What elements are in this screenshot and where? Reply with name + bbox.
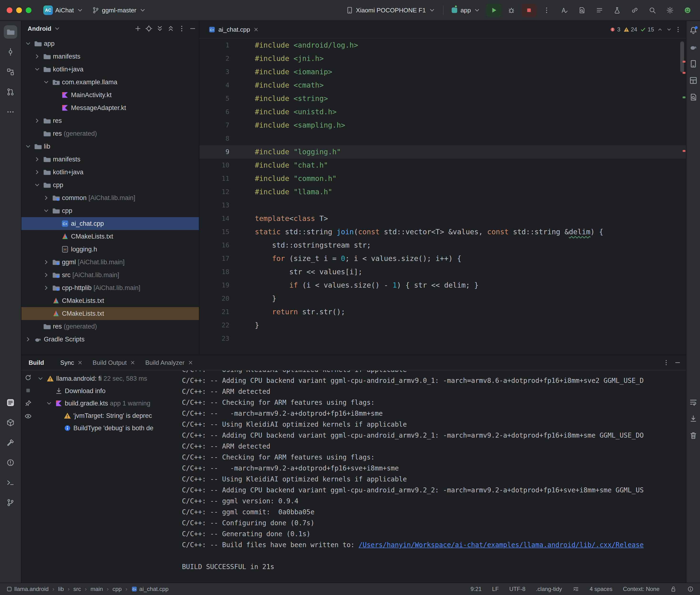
indent-indicator[interactable]: 4 spaces [590, 586, 613, 592]
tree-item-download-info[interactable]: Download info [35, 385, 179, 397]
code-inspection-button[interactable] [574, 4, 589, 17]
project-selector[interactable]: AC AiChat [40, 4, 87, 17]
device-selector[interactable]: Xiaomi POCOPHONE F1 [343, 4, 439, 16]
app-inspection-button[interactable] [688, 92, 699, 103]
gradle-toolwindow-button[interactable] [688, 42, 699, 52]
tree-item-build-gradle-kts[interactable]: build.gradle.ktsapp 1 warning [35, 397, 179, 409]
macos-zoom-button[interactable] [26, 7, 31, 13]
tree-item-res[interactable]: res(generated) [22, 127, 199, 140]
hide-panel-icon[interactable] [189, 25, 196, 32]
chevron-right-icon[interactable] [33, 53, 41, 60]
chevron-right-icon[interactable] [43, 194, 50, 202]
cursor-position[interactable]: 9:21 [470, 586, 482, 592]
editor-scrollbar[interactable] [680, 41, 684, 73]
close-icon[interactable] [188, 360, 194, 366]
translate-tool-button[interactable] [557, 4, 572, 17]
macos-minimize-button[interactable] [16, 7, 22, 13]
tree-item-common[interactable]: common[AiChat.lib.main] [22, 192, 199, 204]
plugins-button[interactable] [627, 4, 642, 17]
breadcrumb-ai-chat-cpp[interactable]: C+ai_chat.cpp [131, 586, 169, 592]
scroll-to-end-button[interactable] [688, 414, 699, 424]
re-sync-icon[interactable] [24, 374, 32, 381]
lock-open-icon[interactable] [670, 586, 677, 592]
previous-problem-icon[interactable] [657, 26, 663, 33]
chevron-right-icon[interactable] [33, 117, 41, 124]
stop-sync-icon[interactable] [24, 387, 32, 394]
terminal-toolwindow-button[interactable] [4, 476, 17, 489]
kebab-icon[interactable] [178, 25, 186, 32]
more-toolwindows-button[interactable] [4, 105, 17, 119]
layout-inspector-button[interactable] [688, 75, 699, 86]
change-stripe-mark[interactable] [682, 96, 685, 98]
tree-item-src[interactable]: src[AiChat.lib.main] [22, 268, 199, 281]
chevron-down-icon[interactable] [37, 375, 44, 382]
tree-item-logging-h[interactable]: Hlogging.h [22, 243, 199, 256]
more-actions-button[interactable] [539, 4, 554, 17]
tree-item-cpp-httplib[interactable]: cpp-httplib[AiChat.lib.main] [22, 281, 199, 294]
project-toolwindow-button[interactable] [4, 25, 17, 38]
clear-console-button[interactable] [688, 430, 699, 441]
breadcrumb-cpp[interactable]: cpp [112, 586, 122, 592]
tree-item-cmakelists-txt[interactable]: CMakeLists.txt [22, 294, 199, 307]
version-control-button[interactable] [4, 496, 17, 509]
debug-button[interactable] [504, 4, 519, 17]
tree-item-cpp[interactable]: cpp [22, 204, 199, 217]
project-view-mode[interactable]: Android [28, 25, 52, 32]
soft-wrap-button[interactable] [688, 397, 699, 407]
chevron-right-icon[interactable] [33, 155, 41, 163]
build-tab-build-output[interactable]: Build Output [88, 355, 141, 370]
hide-panel-icon[interactable] [674, 359, 681, 366]
line-ending-indicator[interactable]: LF [492, 586, 499, 592]
close-icon[interactable] [130, 360, 136, 366]
chevron-down-icon[interactable] [33, 65, 41, 73]
structure-toolwindow-button[interactable] [4, 65, 17, 79]
settings-button[interactable] [662, 4, 678, 17]
build-variants-button[interactable] [610, 4, 625, 17]
close-icon[interactable] [253, 26, 259, 33]
problems-toolwindow-button[interactable] [4, 456, 17, 469]
breadcrumb-src[interactable]: src [73, 586, 81, 592]
build-toolwindow-button[interactable] [4, 436, 17, 449]
device-manager-button[interactable] [688, 59, 699, 69]
tree-item-gradle-scripts[interactable]: Gradle Scripts [22, 333, 199, 346]
editor-options-icon[interactable] [674, 26, 682, 33]
chevron-down-icon[interactable] [24, 143, 32, 150]
tree-item-kotlin-java[interactable]: kotlin+java [22, 166, 199, 178]
chevron-down-icon[interactable] [43, 207, 50, 215]
build-console[interactable]: C/C++: -- Using KleidiAI optimized kerne… [179, 370, 686, 583]
tree-item-app[interactable]: app [22, 37, 199, 50]
chevron-down-icon[interactable] [53, 25, 61, 32]
error-stripe-mark[interactable] [682, 150, 685, 152]
encoding-indicator[interactable]: UTF-8 [509, 586, 525, 592]
tree-item-manifests[interactable]: manifests [22, 50, 199, 63]
vcs-branch-selector[interactable]: ggml-master [89, 4, 149, 16]
build-tab-build-analyzer[interactable]: Build Analyzer [141, 355, 198, 370]
pull-requests-button[interactable] [4, 85, 17, 98]
tree-item-cmakelists-txt[interactable]: CMakeLists.txt [22, 307, 199, 320]
collapse-all-icon[interactable] [167, 25, 175, 32]
add-icon[interactable] [134, 25, 142, 32]
context-indicator[interactable]: Context: None [623, 586, 660, 592]
chevron-right-icon[interactable] [24, 336, 32, 343]
build-output-path-link[interactable]: /Users/hanyin/Workspace/ai-chat/examples… [359, 541, 644, 549]
next-problem-icon[interactable] [666, 26, 672, 33]
tree-item-kotlin-java[interactable]: kotlin+java [22, 63, 199, 76]
expand-all-icon[interactable] [156, 25, 164, 32]
notifications-button[interactable] [688, 25, 699, 36]
run-button[interactable] [486, 4, 501, 17]
tree-item-com-example-llama[interactable]: com.example.llama [22, 76, 199, 89]
kebab-icon[interactable] [663, 359, 670, 366]
close-icon[interactable] [77, 360, 83, 366]
error-stripe-mark[interactable] [682, 61, 685, 63]
breadcrumb-main[interactable]: main [90, 586, 103, 592]
tree-item-llama-android-fi[interactable]: llama.android: fi22 sec, 583 ms [35, 372, 179, 385]
code-area[interactable]: 1#include <android/log.h>2#include <jni.… [199, 38, 686, 355]
tree-item-cmakelists-txt[interactable]: CMakeLists.txt [22, 230, 199, 243]
chevron-down-icon[interactable] [33, 181, 41, 189]
tree-item-jvmtarget-string-is-deprec[interactable]: 'jvmTarget: String' is deprec [35, 409, 179, 422]
tree-item-ai-chat-cpp[interactable]: C+ai_chat.cpp [22, 217, 199, 230]
chevron-down-icon[interactable] [45, 399, 53, 407]
clang-tidy-indicator[interactable]: .clang-tidy [536, 586, 562, 592]
tree-item-mainactivity-kt[interactable]: MainActivity.kt [22, 89, 199, 102]
chevron-down-icon[interactable] [24, 40, 32, 47]
